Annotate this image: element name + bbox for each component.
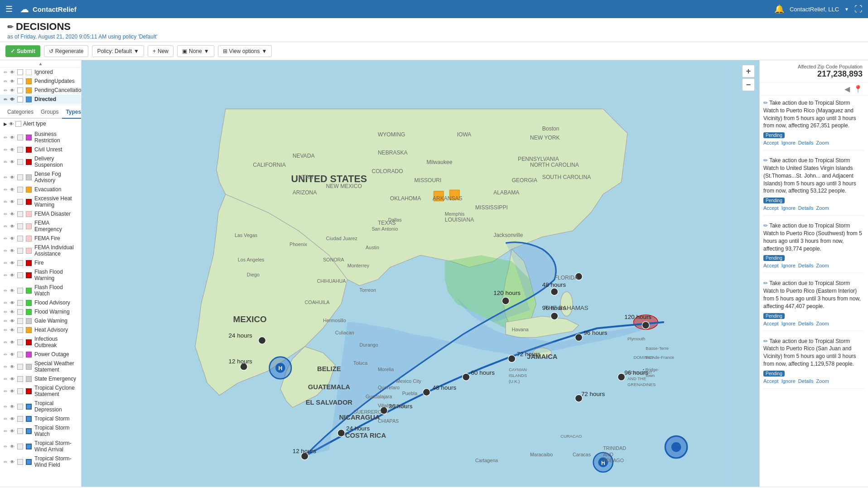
- sidebar-item-tropical-storm[interactable]: ✏ 👁 Tropical Storm: [0, 414, 81, 423]
- checkbox[interactable]: [17, 187, 23, 193]
- tab-types[interactable]: Types: [62, 106, 82, 119]
- zoom-in-button[interactable]: +: [742, 65, 755, 77]
- none-dropdown[interactable]: ▣ None ▼: [177, 45, 214, 57]
- sidebar-item-pendingcancellation[interactable]: ✏ 👁 PendingCancellation: [0, 86, 81, 95]
- section-checkbox[interactable]: [15, 121, 21, 127]
- sidebar-item-fema-emergency[interactable]: ✏ 👁 FEMA Emergency: [0, 218, 81, 234]
- checkbox[interactable]: [17, 236, 23, 242]
- company-dropdown-icon[interactable]: ▼: [844, 7, 849, 12]
- details-link-3[interactable]: Details: [798, 263, 814, 268]
- details-link-5[interactable]: Details: [798, 378, 814, 384]
- sidebar-item-directed[interactable]: ✏ 👁 Directed: [0, 95, 81, 104]
- sidebar-item-ignored[interactable]: ✏ 👁 Ignored: [0, 68, 81, 77]
- ignored-checkbox[interactable]: [17, 69, 23, 75]
- accept-link-2[interactable]: Accept: [763, 205, 779, 211]
- ignore-link-4[interactable]: Ignore: [781, 321, 796, 326]
- sidebar-item-fema-disaster[interactable]: ✏ 👁 FEMA Disaster: [0, 209, 81, 218]
- zoom-link-3[interactable]: Zoom: [816, 263, 829, 268]
- checkbox[interactable]: [17, 444, 23, 449]
- zoom-out-button[interactable]: −: [742, 78, 755, 91]
- checkbox[interactable]: [17, 223, 23, 229]
- sidebar-item-flash-flood-warning[interactable]: ✏ 👁 Flash Flood Warning: [0, 267, 81, 283]
- submit-button[interactable]: ✓ Submit: [5, 45, 40, 57]
- sidebar-item-fema-fire[interactable]: ✏ 👁 FEMA Fire: [0, 234, 81, 243]
- policy-dropdown[interactable]: Policy: Default ▼: [92, 45, 144, 57]
- sidebar-item-tropical-storm-wind-field[interactable]: ✏ 👁 Tropical Storm-Wind Field: [0, 454, 81, 469]
- sidebar-item-heat-advisory[interactable]: ✏ 👁 Heat Advisory: [0, 325, 81, 334]
- accept-link-1[interactable]: Accept: [763, 140, 779, 145]
- tab-groups[interactable]: Groups: [37, 106, 62, 119]
- backward-icon[interactable]: ◀: [844, 85, 850, 93]
- checkbox[interactable]: [17, 327, 23, 333]
- checkbox[interactable]: [17, 135, 23, 140]
- details-link-2[interactable]: Details: [798, 205, 814, 211]
- checkbox[interactable]: [17, 459, 23, 465]
- map-area[interactable]: H H 12 hours 24 hours 36 hours 48 hours …: [82, 60, 759, 487]
- checkbox[interactable]: [17, 388, 23, 394]
- ignore-link-2[interactable]: Ignore: [781, 205, 796, 211]
- checkbox[interactable]: [17, 416, 23, 422]
- checkbox[interactable]: [17, 272, 23, 278]
- sidebar-item-civil-unrest[interactable]: ✏ 👁 Civil Unrest: [0, 145, 81, 154]
- regenerate-button[interactable]: ↺ Regenerate: [44, 45, 89, 57]
- hamburger-icon[interactable]: ☰: [5, 4, 13, 14]
- checkbox[interactable]: [17, 309, 23, 315]
- checkbox[interactable]: [17, 404, 23, 410]
- new-button[interactable]: + New: [148, 45, 174, 57]
- accept-link-4[interactable]: Accept: [763, 321, 779, 326]
- zoom-link-5[interactable]: Zoom: [816, 378, 829, 384]
- sidebar-item-delivery-suspension[interactable]: ✏ 👁 Delivery Suspension: [0, 154, 81, 169]
- zoom-link-4[interactable]: Zoom: [816, 321, 829, 326]
- sidebar-item-gale-warning[interactable]: ✏ 👁 Gale Warning: [0, 316, 81, 325]
- sidebar-item-flood-advisory[interactable]: ✏ 👁 Flood Advisory: [0, 298, 81, 307]
- checkbox[interactable]: [17, 159, 23, 165]
- checkbox[interactable]: [17, 339, 23, 345]
- sidebar-item-state-emergency[interactable]: ✏ 👁 State Emergency: [0, 374, 81, 383]
- sidebar-item-pendingupdates[interactable]: ✏ 👁 PendingUpdates: [0, 77, 81, 86]
- zoom-link-1[interactable]: Zoom: [816, 140, 829, 145]
- checkbox[interactable]: [17, 260, 23, 266]
- fullscreen-icon[interactable]: ⛶: [854, 5, 863, 14]
- ignore-link-1[interactable]: Ignore: [781, 140, 796, 145]
- sidebar-item-infectious-outbreak[interactable]: ✏ 👁 Infectious Outbreak: [0, 334, 81, 350]
- checkbox[interactable]: [17, 211, 23, 217]
- checkbox[interactable]: [17, 174, 23, 180]
- sidebar-item-tropical-depression[interactable]: ✏ 👁 Tropical Depression: [0, 399, 81, 414]
- checkbox[interactable]: [17, 248, 23, 254]
- checkbox[interactable]: [17, 300, 23, 306]
- sidebar-item-special-weather[interactable]: ✏ 👁 Special Weather Statement: [0, 359, 81, 374]
- details-link-4[interactable]: Details: [798, 321, 814, 326]
- accept-link-5[interactable]: Accept: [763, 378, 779, 384]
- sidebar-item-evacuation[interactable]: ✏ 👁 Evacuation: [0, 185, 81, 194]
- sidebar-item-power-outage[interactable]: ✏ 👁 Power Outage: [0, 350, 81, 359]
- sidebar-item-excessive-heat[interactable]: ✏ 👁 Excessive Heat Warning: [0, 194, 81, 209]
- directed-checkbox[interactable]: [17, 97, 23, 102]
- sidebar-item-flash-flood-watch[interactable]: ✏ 👁 Flash Flood Watch: [0, 283, 81, 298]
- notification-icon[interactable]: 🔔: [774, 4, 784, 14]
- ignore-link-3[interactable]: Ignore: [781, 263, 796, 268]
- sidebar-item-tropical-cyclone[interactable]: ✏ 👁 Tropical Cyclone Statement: [0, 383, 81, 399]
- pendingcancellation-checkbox[interactable]: [17, 87, 23, 93]
- checkbox[interactable]: [17, 352, 23, 358]
- sidebar-item-flood-warning[interactable]: ✏ 👁 Flood Warning: [0, 307, 81, 316]
- sidebar-item-tropical-storm-wind-arrival[interactable]: ✏ 👁 Tropical Storm-Wind Arrival: [0, 439, 81, 454]
- alert-type-section-header[interactable]: ▶ 👁 Alert type: [0, 119, 81, 129]
- sidebar-item-business-restriction[interactable]: ✏ 👁 Business Restriction: [0, 130, 81, 145]
- sidebar-item-fema-individual[interactable]: ✏ 👁 FEMA Individual Assistance: [0, 243, 81, 258]
- checkbox[interactable]: [17, 364, 23, 370]
- details-link-1[interactable]: Details: [798, 140, 814, 145]
- checkbox[interactable]: [17, 318, 23, 324]
- sidebar-item-tropical-storm-watch[interactable]: ✏ 👁 Tropical Storm Watch: [0, 423, 81, 439]
- checkbox[interactable]: [17, 199, 23, 205]
- sidebar-scroll-up[interactable]: ▲: [0, 60, 81, 68]
- checkbox[interactable]: [17, 376, 23, 382]
- sidebar-item-fire[interactable]: ✏ 👁 Fire: [0, 258, 81, 267]
- view-options-dropdown[interactable]: ⊞ View options ▼: [218, 45, 272, 57]
- checkbox[interactable]: [17, 428, 23, 434]
- sidebar-item-dense-fog[interactable]: ✏ 👁 Dense Fog Advisory: [0, 169, 81, 185]
- accept-link-3[interactable]: Accept: [763, 263, 779, 268]
- pendingupdates-checkbox[interactable]: [17, 78, 23, 84]
- ignore-link-5[interactable]: Ignore: [781, 378, 796, 384]
- checkbox[interactable]: [17, 147, 23, 153]
- tab-categories[interactable]: Categories: [4, 106, 37, 119]
